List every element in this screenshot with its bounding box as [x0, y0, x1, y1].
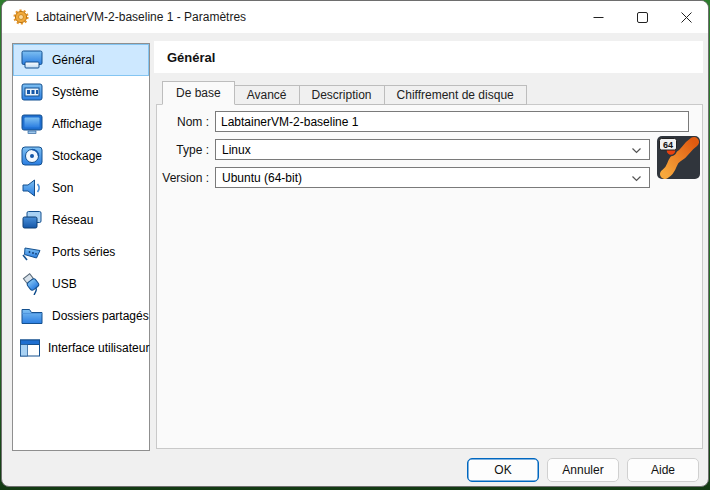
sidebar-item-serial-ports[interactable]: Ports séries: [13, 236, 149, 268]
sidebar-item-label: Son: [52, 181, 73, 195]
sidebar-item-label: Système: [52, 85, 99, 99]
tab-bar: De base Avancé Description Chiffrement d…: [162, 81, 527, 105]
ok-button[interactable]: OK: [467, 458, 539, 482]
name-label: Nom :: [151, 115, 209, 129]
cancel-button[interactable]: Annuler: [547, 458, 619, 482]
user-interface-icon: [17, 337, 43, 359]
tab-description[interactable]: Description: [299, 85, 385, 105]
sidebar-item-user-interface[interactable]: Interface utilisateur: [13, 332, 149, 364]
sidebar-item-audio[interactable]: Son: [13, 172, 149, 204]
ubuntu-64-icon: 64: [657, 136, 700, 179]
sidebar-item-general[interactable]: Général: [13, 44, 149, 76]
chevron-down-icon: [631, 175, 642, 182]
maximize-button[interactable]: [620, 1, 664, 33]
sidebar-item-label: Ports séries: [52, 245, 115, 259]
sidebar-item-storage[interactable]: Stockage: [13, 140, 149, 172]
gear-icon: [13, 9, 29, 25]
page-title: Général: [167, 50, 215, 65]
close-button[interactable]: [664, 1, 708, 33]
sidebar-item-label: Interface utilisateur: [48, 341, 149, 355]
minimize-button[interactable]: [576, 1, 620, 33]
sidebar-item-label: Réseau: [52, 213, 93, 227]
chevron-down-icon: [631, 147, 642, 154]
settings-category-list: Général Système Affichage: [12, 43, 150, 451]
type-label: Type :: [151, 143, 209, 157]
sidebar-item-display[interactable]: Affichage: [13, 108, 149, 140]
os-64-badge: 64: [663, 140, 673, 150]
tab-avance[interactable]: Avancé: [234, 85, 300, 105]
os-type-value: Linux: [222, 143, 251, 157]
page-header: Général: [154, 41, 703, 73]
os-type-dropdown[interactable]: Linux: [215, 139, 650, 160]
sidebar-item-usb[interactable]: USB: [13, 268, 149, 300]
sidebar-item-network[interactable]: Réseau: [13, 204, 149, 236]
minimize-icon: [593, 12, 604, 23]
storage-icon: [19, 145, 45, 167]
audio-icon: [19, 177, 45, 199]
maximize-icon: [637, 12, 648, 23]
settings-dialog: LabtainerVM-2-baseline 1 - Paramètres Gé…: [1, 0, 709, 487]
tab-de-base[interactable]: De base: [162, 81, 235, 105]
help-button[interactable]: Aide: [627, 458, 699, 482]
sidebar-item-label: Général: [52, 53, 95, 67]
sidebar-item-shared-folders[interactable]: Dossiers partagés: [13, 300, 149, 332]
display-icon: [19, 113, 45, 135]
sidebar-item-label: USB: [52, 277, 77, 291]
shared-folders-icon: [19, 305, 45, 327]
vm-name-input[interactable]: [215, 111, 689, 132]
sidebar-item-label: Dossiers partagés: [52, 309, 149, 323]
title-bar: LabtainerVM-2-baseline 1 - Paramètres: [2, 1, 708, 33]
sidebar-item-label: Stockage: [52, 149, 102, 163]
usb-icon: [19, 273, 45, 295]
os-version-dropdown[interactable]: Ubuntu (64-bit): [215, 167, 650, 188]
close-icon: [681, 12, 692, 23]
general-icon: [19, 49, 45, 71]
window-title: LabtainerVM-2-baseline 1 - Paramètres: [36, 10, 246, 24]
serial-ports-icon: [19, 241, 45, 263]
os-version-value: Ubuntu (64-bit): [222, 171, 302, 185]
sidebar-item-label: Affichage: [52, 117, 102, 131]
tab-chiffrement[interactable]: Chiffrement de disque: [384, 85, 527, 105]
system-icon: [19, 81, 45, 103]
version-label: Version :: [151, 171, 209, 185]
sidebar-item-system[interactable]: Système: [13, 76, 149, 108]
network-icon: [19, 209, 45, 231]
